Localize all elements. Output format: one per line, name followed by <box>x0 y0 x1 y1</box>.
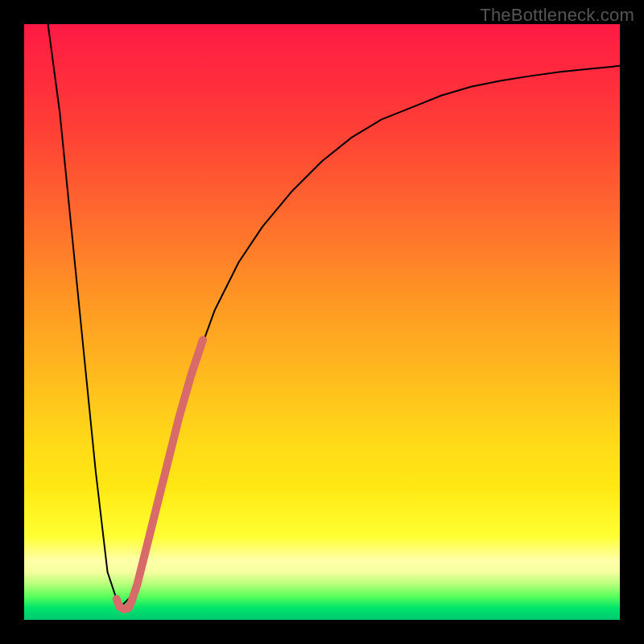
watermark-text: TheBottleneck.com <box>480 5 634 26</box>
series-marker-segment <box>129 340 204 608</box>
chart-svg <box>24 24 620 620</box>
plot-area <box>24 24 620 620</box>
chart-frame: TheBottleneck.com <box>0 0 644 644</box>
series-bottleneck-curve <box>48 24 620 608</box>
